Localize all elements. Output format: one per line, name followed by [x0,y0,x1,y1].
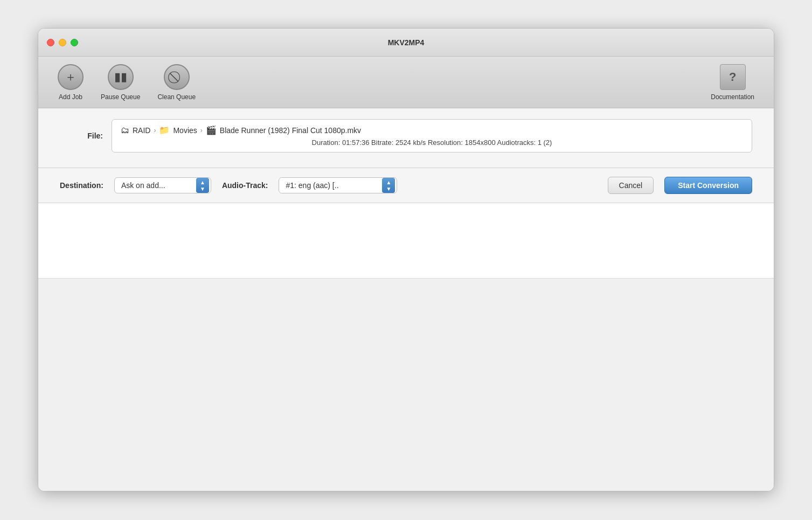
maximize-button[interactable] [71,39,78,46]
audio-track-select-wrapper: #1: eng (aac) [.. ▲ ▼ [279,177,397,193]
separator-2: › [200,127,203,134]
movies-label: Movies [173,126,197,135]
cancel-button[interactable]: Cancel [608,177,654,194]
start-conversion-button[interactable]: Start Conversion [664,177,752,194]
file-row: File: 🗂 RAID › 📁 Movies › 🎬 Blade Runner… [60,119,752,152]
queue-area-top [38,203,774,279]
main-content: File: 🗂 RAID › 📁 Movies › 🎬 Blade Runner… [38,108,774,491]
movies-folder-icon: 📁 [159,125,170,135]
add-job-button[interactable]: ＋ Add Job [49,60,92,105]
clean-queue-button[interactable]: ⃠ Clean Queue [149,60,204,105]
title-bar: MKV2MP4 [38,29,774,57]
queue-area-bottom [38,279,774,491]
filename-label: Blade Runner (1982) Final Cut 1080p.mkv [220,126,361,135]
raid-label: RAID [133,126,150,135]
mkv-icon: 🎬 [206,125,217,135]
audio-track-label: Audio-Track: [222,181,268,190]
window-title: MKV2MP4 [388,38,425,47]
toolbar: ＋ Add Job ▮▮ Pause Queue ⃠ Clean Queue ?… [38,57,774,108]
audio-track-select[interactable]: #1: eng (aac) [.. [279,177,397,193]
pause-queue-label: Pause Queue [101,93,140,101]
destination-select-wrapper: Ask on add... ▲ ▼ [114,177,211,193]
pause-queue-button[interactable]: ▮▮ Pause Queue [92,60,149,105]
clean-queue-icon: ⃠ [164,64,190,90]
add-job-label: Add Job [59,93,82,101]
file-path: 🗂 RAID › 📁 Movies › 🎬 Blade Runner (1982… [121,125,743,135]
documentation-label: Documentation [711,93,754,101]
pause-queue-icon: ▮▮ [108,64,134,90]
clean-queue-label: Clean Queue [157,93,196,101]
close-button[interactable] [47,39,54,46]
raid-icon: 🗂 [121,126,129,135]
traffic-lights [47,39,78,46]
main-window: MKV2MP4 ＋ Add Job ▮▮ Pause Queue ⃠ Clean… [38,28,774,491]
separator-1: › [154,127,156,134]
documentation-icon: ? [720,64,746,90]
destination-select[interactable]: Ask on add... [114,177,211,193]
add-job-icon: ＋ [58,64,84,90]
destination-label: Destination: [60,181,103,190]
file-panel: File: 🗂 RAID › 📁 Movies › 🎬 Blade Runner… [38,108,774,168]
controls-row: Destination: Ask on add... ▲ ▼ Audio-Tra… [38,168,774,203]
file-meta: Duration: 01:57:36 Bitrate: 2524 kb/s Re… [121,138,743,147]
documentation-button[interactable]: ? Documentation [702,60,763,105]
file-label: File: [60,131,103,140]
minimize-button[interactable] [59,39,66,46]
file-path-box: 🗂 RAID › 📁 Movies › 🎬 Blade Runner (1982… [112,119,752,152]
